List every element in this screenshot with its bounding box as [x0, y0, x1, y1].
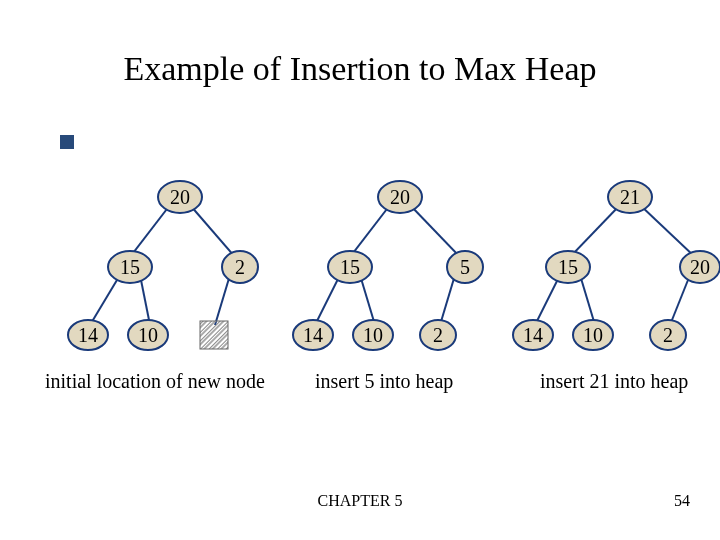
caption-insert5: insert 5 into heap [315, 370, 453, 393]
tree-insert5: 20 15 5 14 10 2 [290, 175, 490, 365]
node-left-value: 15 [340, 256, 360, 278]
caption-initial: initial location of new node [45, 370, 265, 393]
svg-line-8 [410, 205, 460, 257]
tree-insert21: 21 15 20 14 10 2 [510, 175, 720, 365]
svg-line-15 [580, 275, 595, 325]
svg-line-7 [350, 205, 390, 257]
node-left-value: 15 [120, 256, 140, 278]
heap-diagram-insert21: 21 15 20 14 10 2 [510, 175, 720, 365]
node-right-value: 20 [690, 256, 710, 278]
svg-line-16 [670, 275, 690, 325]
svg-line-11 [440, 275, 455, 325]
svg-line-9 [315, 275, 340, 325]
heap-diagram-insert5: 20 15 5 14 10 2 [290, 175, 490, 365]
node-leaf2-value: 10 [138, 324, 158, 346]
footer-page-number: 54 [674, 492, 690, 510]
node-leaf2-value: 10 [363, 324, 383, 346]
heap-diagram-initial: 20 15 2 14 10 [60, 175, 260, 365]
svg-line-3 [190, 205, 235, 257]
node-leaf2-value: 10 [583, 324, 603, 346]
title-bullet-icon [60, 135, 74, 149]
footer-chapter: CHAPTER 5 [0, 492, 720, 510]
svg-line-5 [140, 275, 150, 325]
svg-line-13 [640, 205, 695, 257]
node-right-value: 5 [460, 256, 470, 278]
svg-line-14 [535, 275, 560, 325]
svg-line-12 [570, 205, 620, 257]
node-right-value: 2 [235, 256, 245, 278]
svg-line-2 [130, 205, 170, 257]
node-leaf3-value: 2 [663, 324, 673, 346]
tree-initial: 20 15 2 14 10 [60, 175, 260, 365]
node-leaf1-value: 14 [523, 324, 543, 346]
node-left-value: 15 [558, 256, 578, 278]
node-placeholder-icon [200, 321, 228, 349]
svg-line-4 [90, 275, 120, 325]
node-leaf1-value: 14 [78, 324, 98, 346]
svg-line-10 [360, 275, 375, 325]
caption-insert21: insert 21 into heap [540, 370, 688, 393]
node-leaf1-value: 14 [303, 324, 323, 346]
node-root-value: 21 [620, 186, 640, 208]
svg-line-6 [215, 275, 230, 325]
node-leaf3-value: 2 [433, 324, 443, 346]
node-root-value: 20 [390, 186, 410, 208]
node-root-value: 20 [170, 186, 190, 208]
slide-title: Example of Insertion to Max Heap [0, 50, 720, 88]
